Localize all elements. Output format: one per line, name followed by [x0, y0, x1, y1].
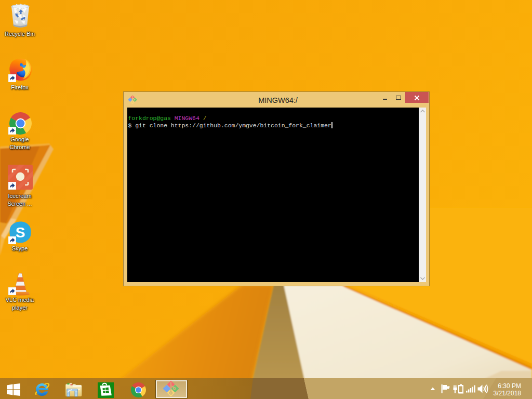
- svg-text:S: S: [16, 224, 25, 241]
